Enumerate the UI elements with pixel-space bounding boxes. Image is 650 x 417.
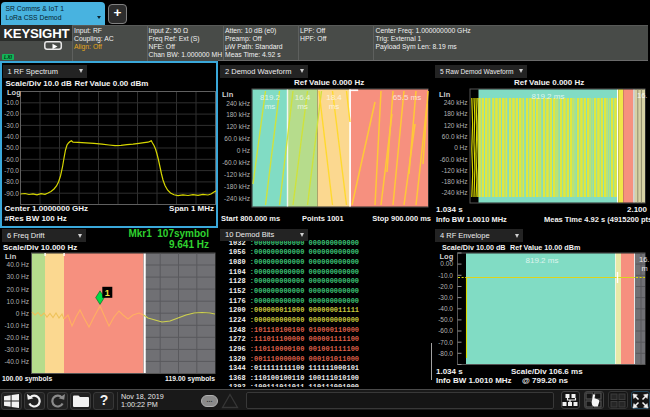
svg-text:-180 kHz: -180 kHz bbox=[224, 183, 250, 190]
svg-text:-20.0 Hz: -20.0 Hz bbox=[4, 334, 29, 341]
svg-text:-80.0: -80.0 bbox=[438, 350, 453, 357]
svg-text:-50.0: -50.0 bbox=[4, 144, 19, 151]
svg-text:0 Hz: 0 Hz bbox=[16, 310, 29, 317]
svg-text:1: 1 bbox=[105, 288, 110, 298]
svg-text:-240 kHz: -240 kHz bbox=[441, 189, 467, 196]
svg-text:-70.0: -70.0 bbox=[438, 339, 453, 346]
svg-text:10.0 Hz: 10.0 Hz bbox=[7, 298, 29, 305]
svg-text:-40.0: -40.0 bbox=[438, 305, 453, 312]
svg-text:0 Hz: 0 Hz bbox=[454, 144, 467, 151]
svg-text:m: m bbox=[642, 264, 648, 273]
svg-text:ms: ms bbox=[265, 102, 276, 111]
svg-text:18.4: 18.4 bbox=[326, 93, 342, 102]
svg-text:-30.0: -30.0 bbox=[438, 294, 453, 301]
svg-text:60.0 kHz: 60.0 kHz bbox=[442, 133, 468, 140]
svg-text:Log: Log bbox=[7, 88, 21, 97]
svg-text:120 kHz: 120 kHz bbox=[226, 123, 250, 130]
svg-text:Lin: Lin bbox=[439, 90, 451, 99]
svg-text:-120 kHz: -120 kHz bbox=[224, 171, 250, 178]
svg-text:819.2 ms: 819.2 ms bbox=[532, 92, 565, 101]
svg-text:16.: 16. bbox=[639, 255, 649, 264]
svg-text:180 kHz: 180 kHz bbox=[444, 110, 468, 117]
svg-text:65.5 ms: 65.5 ms bbox=[393, 93, 421, 102]
svg-text:-90.0: -90.0 bbox=[4, 189, 19, 196]
svg-text:40.0 Hz: 40.0 Hz bbox=[7, 261, 29, 268]
svg-text:0.00: 0.00 bbox=[440, 260, 453, 267]
svg-text:819.2 ms: 819.2 ms bbox=[526, 256, 559, 265]
svg-text:Lin: Lin bbox=[222, 90, 234, 99]
svg-text:-40.0: -40.0 bbox=[4, 133, 19, 140]
svg-text:20.0 Hz: 20.0 Hz bbox=[7, 286, 29, 293]
svg-text:-10.0: -10.0 bbox=[438, 272, 453, 279]
svg-text:-30.0: -30.0 bbox=[4, 121, 19, 128]
svg-text:Lin: Lin bbox=[5, 252, 17, 261]
svg-text:-60.0 kHz: -60.0 kHz bbox=[222, 159, 250, 166]
svg-text:-40.0 Hz: -40.0 Hz bbox=[4, 358, 29, 365]
svg-text:-70.0: -70.0 bbox=[4, 166, 19, 173]
svg-text:16.4: 16.4 bbox=[295, 93, 311, 102]
svg-text:-80.0: -80.0 bbox=[4, 178, 19, 185]
svg-text:819.2: 819.2 bbox=[260, 93, 281, 102]
svg-text:-60.0 kHz: -60.0 kHz bbox=[440, 156, 468, 163]
svg-text:-240 kHz: -240 kHz bbox=[224, 195, 250, 202]
svg-text:-180 kHz: -180 kHz bbox=[441, 178, 467, 185]
svg-text:-120 kHz: -120 kHz bbox=[441, 167, 467, 174]
svg-text:16.: 16. bbox=[637, 91, 647, 100]
svg-text:ms: ms bbox=[297, 102, 308, 111]
svg-text:240 kHz: 240 kHz bbox=[226, 100, 250, 107]
svg-text:-20.0: -20.0 bbox=[438, 283, 453, 290]
svg-text:ms: ms bbox=[329, 102, 340, 111]
svg-text:-20.0: -20.0 bbox=[4, 110, 19, 117]
svg-text:120 kHz: 120 kHz bbox=[444, 122, 468, 129]
svg-text:30.0 Hz: 30.0 Hz bbox=[7, 273, 29, 280]
svg-text:0 Hz: 0 Hz bbox=[237, 147, 250, 154]
svg-text:180 kHz: 180 kHz bbox=[226, 111, 250, 118]
svg-text:-30.0 Hz: -30.0 Hz bbox=[4, 346, 29, 353]
svg-text:60.0 kHz: 60.0 kHz bbox=[224, 135, 250, 142]
svg-text:-10.0: -10.0 bbox=[4, 99, 19, 106]
svg-text:240 kHz: 240 kHz bbox=[444, 99, 468, 106]
svg-text:-60.0: -60.0 bbox=[4, 155, 19, 162]
svg-text:-50.0: -50.0 bbox=[438, 316, 453, 323]
svg-text:-10.0 Hz: -10.0 Hz bbox=[4, 322, 29, 329]
svg-text:-60.0: -60.0 bbox=[438, 327, 453, 334]
